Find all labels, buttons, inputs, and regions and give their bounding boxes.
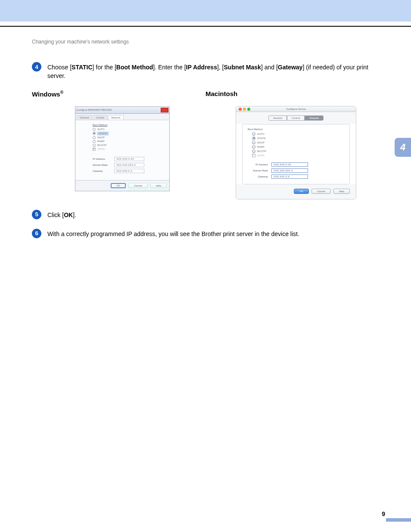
checkbox-apipa[interactable]: APIPA bbox=[252, 154, 344, 157]
ok-button[interactable]: OK bbox=[294, 189, 309, 194]
page-number: 9 bbox=[382, 510, 385, 517]
t: ] for the [ bbox=[93, 64, 116, 71]
radio-static[interactable]: STATIC bbox=[93, 132, 161, 135]
radio-rarp[interactable]: RARP bbox=[252, 145, 344, 149]
radio-label: BOOTP bbox=[97, 144, 106, 146]
radio-icon bbox=[93, 140, 96, 143]
gateway-input[interactable]: XXX.XXX.X.X bbox=[114, 169, 144, 173]
cancel-button[interactable]: Cancel bbox=[128, 183, 148, 188]
step-6-text: With a correctly programmed IP address, … bbox=[47, 229, 299, 238]
page-accent-bar bbox=[386, 518, 411, 522]
radio-icon bbox=[93, 144, 96, 147]
radio-label: RARP bbox=[257, 146, 265, 148]
mac-dialog-buttons: OK Cancel Help bbox=[236, 184, 356, 199]
radio-icon bbox=[93, 136, 96, 139]
minimize-icon[interactable] bbox=[243, 108, 246, 111]
radio-icon bbox=[252, 149, 255, 153]
radio-dhcp[interactable]: DHCP bbox=[252, 141, 344, 144]
radio-bootp[interactable]: BOOTP bbox=[252, 149, 344, 153]
mac-column: Macintosh Configure Device General Contr… bbox=[206, 90, 379, 199]
row-ip: IP AddressXXX.XXX.X.XX bbox=[248, 162, 344, 167]
step-4: 4 Choose [STATIC] for the [Boot Method].… bbox=[32, 62, 379, 81]
checkbox-label: APIPA bbox=[257, 154, 265, 157]
radio-label: STATIC bbox=[257, 137, 266, 140]
subnet-label: Subnet Mask bbox=[93, 164, 114, 166]
ip-label: IP Address bbox=[248, 163, 271, 166]
mac-dialog: Configure Device General Control Network… bbox=[236, 106, 356, 199]
radio-icon bbox=[252, 145, 255, 149]
t-b: Gateway bbox=[278, 64, 303, 71]
step-badge-4: 4 bbox=[32, 62, 41, 72]
zoom-icon[interactable] bbox=[247, 108, 250, 111]
t: ]. bbox=[73, 212, 76, 218]
row-subnet: Subnet MaskXXX.XXX.XXX.X bbox=[93, 163, 161, 167]
radio-label: AUTO bbox=[97, 128, 105, 131]
radio-label: DHCP bbox=[97, 136, 105, 139]
step-5: 5 Click [OK]. bbox=[32, 210, 379, 219]
t: Choose [ bbox=[47, 64, 72, 71]
t-b: IP Address bbox=[186, 64, 217, 71]
radio-auto[interactable]: AUTO bbox=[252, 132, 344, 136]
mac-title: Macintosh bbox=[206, 90, 379, 97]
windows-dialog-body: Boot Method AUTO STATIC DHCP RARP BOOTP … bbox=[75, 120, 169, 180]
radio-bootp[interactable]: BOOTP bbox=[93, 144, 161, 147]
subnet-label: Subnet Mask bbox=[248, 169, 271, 172]
row-subnet: Subnet MaskXXX.XXX.XXX.X bbox=[248, 168, 344, 173]
ip-input[interactable]: XXX.XXX.X.XX bbox=[271, 162, 308, 167]
windows-title-text: Windows bbox=[32, 90, 60, 98]
mac-segmented-control: General Control Network bbox=[236, 112, 356, 124]
subnet-input[interactable]: XXX.XXX.XXX.X bbox=[114, 163, 144, 167]
t: ], [ bbox=[217, 64, 224, 71]
segment-network[interactable]: Network bbox=[305, 115, 324, 121]
radio-label: BOOTP bbox=[257, 150, 266, 152]
radio-static[interactable]: STATIC bbox=[252, 137, 344, 140]
tab-control[interactable]: Control bbox=[93, 115, 107, 120]
tab-network[interactable]: Network bbox=[108, 115, 124, 120]
help-button[interactable]: Help bbox=[150, 183, 167, 188]
t-b: STATIC bbox=[72, 64, 92, 71]
screenshot-columns: Windows® Configure BRN000077B0C200 Gener… bbox=[32, 90, 379, 199]
cancel-button[interactable]: Cancel bbox=[311, 189, 331, 194]
windows-title: Windows® bbox=[32, 90, 206, 98]
radio-dhcp[interactable]: DHCP bbox=[93, 136, 161, 139]
windows-dialog-titlebar: Configure BRN000077B0C200 bbox=[75, 107, 169, 114]
close-icon[interactable] bbox=[161, 108, 168, 112]
step-4-text: Choose [STATIC] for the [Boot Method]. E… bbox=[47, 62, 379, 81]
subnet-input[interactable]: XXX.XXX.XXX.X bbox=[271, 168, 308, 173]
close-icon[interactable] bbox=[239, 108, 242, 111]
top-band bbox=[0, 0, 411, 22]
radio-icon bbox=[252, 137, 255, 140]
segment-general[interactable]: General bbox=[268, 115, 287, 121]
radio-icon bbox=[252, 132, 255, 136]
mac-dialog-title: Configure Device bbox=[286, 108, 306, 110]
radio-rarp[interactable]: RARP bbox=[93, 140, 161, 143]
gateway-input[interactable]: XXX.XXX.X.X bbox=[271, 174, 308, 179]
radio-icon bbox=[93, 132, 96, 135]
help-button[interactable]: Help bbox=[333, 189, 350, 194]
boot-method-label: Boot Method bbox=[93, 124, 161, 126]
windows-dialog: Configure BRN000077B0C200 General Contro… bbox=[75, 106, 170, 191]
ip-label: IP Address bbox=[93, 158, 114, 160]
t: ] and [ bbox=[261, 64, 278, 71]
step-6: 6 With a correctly programmed IP address… bbox=[32, 229, 379, 238]
gateway-label: Gateway bbox=[248, 175, 271, 178]
segment-control[interactable]: Control bbox=[287, 115, 305, 121]
gateway-label: Gateway bbox=[93, 170, 114, 172]
checkbox-icon bbox=[252, 154, 255, 157]
radio-icon bbox=[252, 141, 255, 144]
checkbox-apipa[interactable]: APIPA bbox=[93, 148, 161, 151]
radio-label: AUTO bbox=[257, 133, 265, 135]
windows-column: Windows® Configure BRN000077B0C200 Gener… bbox=[32, 90, 206, 199]
page-section-title: Changing your machine's network settings bbox=[32, 39, 379, 45]
t: Click [ bbox=[47, 212, 64, 218]
tab-general[interactable]: General bbox=[77, 115, 92, 120]
radio-icon bbox=[93, 128, 96, 131]
step-5-text: Click [OK]. bbox=[47, 210, 76, 219]
ip-input[interactable]: XXX.XXX.X.XX bbox=[114, 157, 144, 161]
checkbox-icon bbox=[93, 148, 96, 151]
registered-mark: ® bbox=[60, 90, 63, 95]
row-gateway: GatewayXXX.XXX.X.X bbox=[248, 174, 344, 179]
ok-button[interactable]: OK bbox=[111, 183, 126, 188]
row-ip: IP AddressXXX.XXX.X.XX bbox=[93, 157, 161, 161]
radio-auto[interactable]: AUTO bbox=[93, 128, 161, 131]
